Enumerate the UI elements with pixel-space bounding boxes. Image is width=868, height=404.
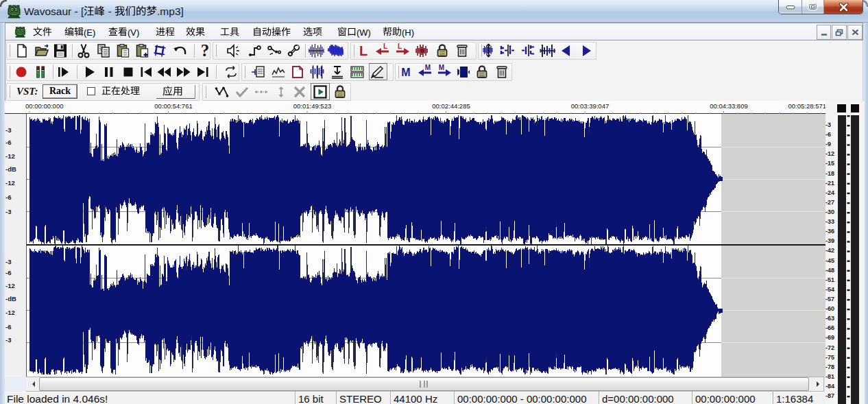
svg-text:-27: -27	[825, 199, 834, 206]
svg-text:-60: -60	[825, 305, 834, 312]
svg-text:-6: -6	[5, 139, 11, 146]
svg-text:-36: -36	[825, 228, 834, 235]
svg-text:-84: -84	[825, 383, 834, 390]
svg-text:-6: -6	[5, 269, 11, 276]
svg-text:-3: -3	[5, 258, 11, 265]
svg-text:00:00:00:000: 00:00:00:000	[25, 102, 63, 110]
svg-text:-54: -54	[825, 286, 834, 293]
svg-text:?: ?	[201, 43, 210, 59]
svg-text:-12: -12	[5, 282, 15, 289]
svg-text:-6: -6	[5, 193, 11, 201]
svg-text:00:05:28:571: 00:05:28:571	[788, 102, 826, 110]
svg-text:-69: -69	[825, 334, 834, 341]
svg-text:-24: -24	[825, 189, 834, 196]
svg-text:M: M	[401, 67, 410, 78]
svg-text:L: L	[398, 43, 402, 50]
svg-text:-78: -78	[825, 364, 834, 370]
svg-text:-3: -3	[5, 336, 11, 344]
svg-text:-18: -18	[825, 170, 834, 177]
svg-text:-30: -30	[825, 209, 834, 215]
svg-text:L: L	[359, 43, 367, 58]
svg-text:-12: -12	[5, 152, 15, 160]
svg-text:-6: -6	[5, 323, 11, 331]
svg-text:-63: -63	[825, 315, 834, 322]
svg-text:M: M	[439, 64, 444, 71]
svg-text:-33: -33	[825, 218, 834, 225]
svg-text:-3: -3	[5, 208, 11, 215]
svg-text:-42: -42	[825, 247, 834, 254]
svg-text:-87: -87	[825, 392, 834, 399]
svg-text:-81: -81	[825, 373, 834, 380]
svg-text:-57: -57	[825, 296, 834, 302]
svg-text:M: M	[425, 64, 431, 71]
svg-text:00:00:54:761: 00:00:54:761	[154, 102, 192, 110]
svg-text:L: L	[383, 43, 387, 50]
svg-text:00:04:33:809: 00:04:33:809	[710, 102, 747, 110]
svg-text:-12: -12	[825, 150, 834, 157]
svg-text:-12: -12	[5, 309, 15, 316]
svg-text:-21: -21	[825, 180, 834, 187]
svg-text:00:02:44:285: 00:02:44:285	[432, 102, 470, 110]
svg-text:-66: -66	[825, 324, 834, 331]
svg-text:-15: -15	[825, 160, 834, 167]
svg-text:-3: -3	[825, 121, 831, 128]
svg-text:00:01:49:523: 00:01:49:523	[293, 102, 331, 110]
svg-text:-9: -9	[825, 141, 831, 147]
svg-text:-48: -48	[825, 267, 834, 274]
svg-text:-75: -75	[825, 354, 834, 361]
svg-text:-72: -72	[825, 344, 834, 351]
svg-text:-6: -6	[825, 131, 831, 138]
svg-text:-3: -3	[5, 126, 11, 134]
svg-text:-dB: -dB	[5, 295, 16, 302]
svg-text:-12: -12	[5, 179, 15, 187]
svg-text:-45: -45	[825, 257, 834, 264]
svg-text:-39: -39	[825, 237, 834, 244]
svg-text:00:03:39:047: 00:03:39:047	[571, 102, 609, 110]
svg-text:-51: -51	[825, 276, 834, 283]
svg-text:-dB: -dB	[5, 165, 16, 173]
